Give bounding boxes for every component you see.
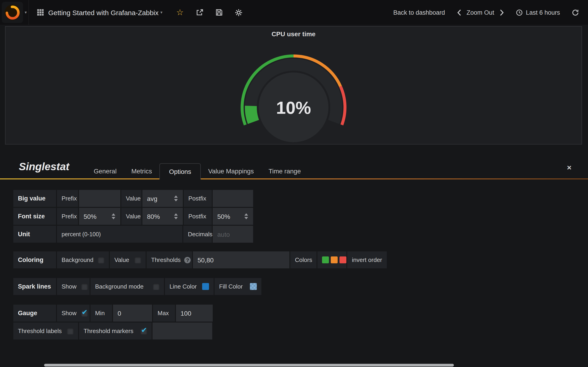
prefix-input[interactable] [84,195,116,202]
postfix-size-select[interactable]: 50% [213,208,253,225]
font-size-label: Font size [13,208,56,225]
gauge-value-text: 10% [276,98,311,117]
thresholds-input[interactable] [198,256,285,264]
star-button[interactable]: ☆ [176,8,183,17]
navbar: ▾ Getting Started with Grafana-Zabbix ▾ … [0,0,588,25]
background-checkbox[interactable] [98,257,104,263]
coloring-row: Coloring Background Value Thresholds? Co… [13,251,387,268]
background-mode-toggle: Background mode [90,278,164,295]
back-to-dashboard-link[interactable]: Back to dashboard [393,9,445,16]
coloring-background-toggle: Background [57,251,109,268]
prefix-input-cell [79,190,120,207]
chevron-left-icon [457,9,461,16]
star-icon: ☆ [176,8,183,17]
options-form: Big value Prefix Value avg Postfix Font … [13,190,387,340]
value-size-select[interactable]: 80% [142,208,183,225]
select-stepper-icon [174,195,178,201]
colors-swatches-cell [317,251,346,268]
share-icon [196,8,204,16]
gear-icon [235,8,242,16]
threshold-markers-checkbox[interactable] [141,328,147,334]
value-format-select[interactable]: avg [142,190,183,207]
time-shift-back-button[interactable] [457,9,461,16]
settings-button[interactable] [235,8,242,16]
tab-general[interactable]: General [86,163,124,179]
grafana-logo-icon [3,3,21,22]
refresh-icon [572,9,579,16]
colors-label: Colors [290,251,317,268]
unit-picker[interactable]: percent (0-100) [57,226,182,243]
invert-order-button[interactable]: invert order [347,251,387,268]
line-color-swatch[interactable] [202,283,209,290]
time-shift-forward-button[interactable] [500,9,504,16]
spark-show-checkbox[interactable] [81,283,87,290]
close-editor-button[interactable]: × [567,163,571,173]
font-value-label: Value [121,208,141,225]
background-mode-checkbox[interactable] [153,283,159,290]
horizontal-scrollbar[interactable] [44,364,454,367]
value-settings-section: Big value Prefix Value avg Postfix Font … [13,190,387,243]
prefix-label: Prefix [57,190,78,207]
fill-color-overlay [250,283,257,290]
fill-color-swatch[interactable] [250,283,257,290]
min-input-cell [113,305,152,322]
time-range-label: Last 6 hours [526,9,560,16]
select-stepper-icon [174,213,178,219]
zoom-out-button[interactable]: Zoom Out [467,9,494,16]
coloring-label: Coloring [13,251,56,268]
panel-title[interactable]: CPU user time [6,27,582,38]
spark-lines-label: Spark lines [13,278,56,295]
singlestat-panel: CPU user time 10% [5,26,582,144]
threshold-labels-checkbox[interactable] [67,328,73,334]
min-label: Min [90,305,112,322]
decimals-input-cell [213,226,253,243]
grafana-logo [2,2,23,23]
font-size-row: Font size Prefix 50% Value 80% Postfix 5… [13,208,387,225]
decimals-input[interactable] [217,231,249,238]
color-swatch-green[interactable] [322,257,329,263]
color-swatch-orange[interactable] [331,257,338,263]
spark-lines-row: Spark lines Show Background mode Line Co… [13,278,387,295]
spark-show-toggle: Show [57,278,90,295]
unit-label: Unit [13,226,56,243]
tab-value-mappings[interactable]: Value Mappings [201,163,261,179]
max-input[interactable] [181,309,208,317]
tab-time-range[interactable]: Time range [261,163,308,179]
spark-lines-section: Spark lines Show Background mode Line Co… [13,278,387,295]
dashboard-title-button[interactable]: Getting Started with Grafana-Zabbix ▾ [37,8,162,16]
big-value-row: Big value Prefix Value avg Postfix [13,190,387,207]
fill-color-cell: Fill Color [215,278,261,295]
share-button[interactable] [196,8,204,16]
value-label: Value [121,190,141,207]
thresholds-label: Thresholds? [147,251,192,268]
threshold-labels-toggle: Threshold labels [13,323,78,340]
editor-tabs: General Metrics Options Value Mappings T… [86,163,308,179]
postfix-label: Postfix [184,190,212,207]
thresholds-help-icon[interactable]: ? [184,257,191,263]
grafana-menu-button[interactable]: ▾ [0,0,29,25]
tab-metrics[interactable]: Metrics [124,163,159,179]
postfix-input[interactable] [217,195,249,202]
navbar-actions: ☆ [176,8,242,17]
tab-options[interactable]: Options [159,163,201,179]
prefix-size-select[interactable]: 50% [79,208,120,225]
coloring-value-toggle: Value [110,251,146,268]
max-input-cell [176,305,213,322]
color-swatch-red[interactable] [339,257,346,263]
clock-icon [516,9,523,16]
gauge-show-toggle: Show [57,305,90,322]
save-button[interactable] [216,9,223,16]
gauge-value-fill [251,106,253,122]
grafana-app: ▾ Getting Started with Grafana-Zabbix ▾ … [0,0,588,367]
empty-filler-cell [153,323,212,340]
dashboard-title: Getting Started with Grafana-Zabbix [48,8,158,16]
dashboard-grid-icon [37,9,44,16]
min-input[interactable] [118,309,147,317]
line-color-cell: Line Color [165,278,214,295]
value-checkbox[interactable] [135,257,141,263]
big-value-label: Big value [13,190,56,207]
refresh-button[interactable] [572,9,579,16]
time-picker-button[interactable]: Last 6 hours [516,9,560,16]
gauge-show-checkbox[interactable] [81,310,87,316]
title-caret-icon: ▾ [160,10,162,15]
